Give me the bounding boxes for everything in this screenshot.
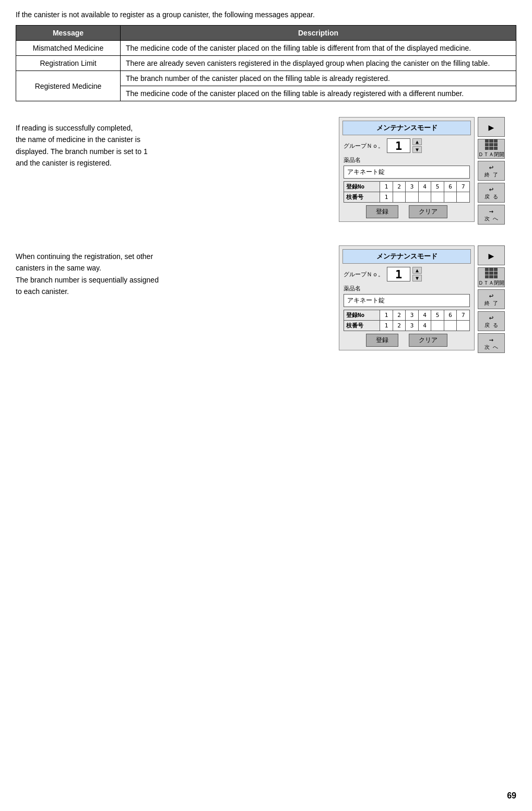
branch-no-2-2: 2 xyxy=(393,321,406,331)
section-2: When continuing the registration, set ot… xyxy=(16,245,516,353)
reg-no-1: 1 xyxy=(380,182,393,192)
maintenance-panel-2: メンテナンスモード グループＮｏ。 1 ▲ ▼ 薬品名 アキネート錠 xyxy=(339,245,475,350)
table-row: Mismatched Medicine The medicine code of… xyxy=(16,41,516,56)
table-cell-desc-3b: The medicine code of the canister placed… xyxy=(121,86,516,101)
end-icon-1: ↩ xyxy=(489,163,493,171)
play-icon-2: ▶ xyxy=(489,250,494,261)
panel-1-group-label: グループＮｏ。 xyxy=(344,142,384,150)
section-2-panel-area: メンテナンスモード グループＮｏ。 1 ▲ ▼ 薬品名 アキネート錠 xyxy=(339,245,516,353)
table-header-message: Message xyxy=(16,26,121,41)
end-button-1[interactable]: ↩ 終 了 xyxy=(478,161,505,181)
section-1-text: If reading is successfully completed, th… xyxy=(16,117,328,169)
end-label-1: 終 了 xyxy=(484,171,498,179)
register-button-1[interactable]: 登録 xyxy=(366,205,398,218)
branch-no-2 xyxy=(393,192,406,203)
table-cell-desc-1: The medicine code of the canister placed… xyxy=(121,41,516,56)
branch-no-7 xyxy=(457,192,470,203)
back-label-2: 戻 る xyxy=(484,322,498,329)
end-label-2: 終 了 xyxy=(484,300,498,307)
branch-no-4 xyxy=(418,192,431,203)
branch-no-2-4: 4 xyxy=(418,321,431,331)
branch-no-1: 1 xyxy=(380,192,393,203)
reg-no-6: 6 xyxy=(444,182,457,192)
panel-2-arrows[interactable]: ▲ ▼ xyxy=(412,267,422,281)
reg-no-2-7: 7 xyxy=(457,310,470,321)
section-1-line-1: If reading is successfully completed, xyxy=(16,122,328,134)
reg-no-2: 2 xyxy=(393,182,406,192)
section-2-line-2: canisters in the same way. xyxy=(16,262,328,274)
panel-2-medicine-name: アキネート錠 xyxy=(344,294,470,307)
dta-button-2[interactable]: ＤＴＡ閉開 xyxy=(478,267,505,287)
next-label-2: 次 へ xyxy=(484,344,498,351)
arrow-up-icon-2[interactable]: ▲ xyxy=(412,267,422,274)
panel-2-title: メンテナンスモード xyxy=(342,249,471,264)
play-button-1[interactable]: ▶ xyxy=(478,117,505,137)
table-header-description: Description xyxy=(121,26,516,41)
table-cell-message-3: Registered Medicine xyxy=(16,71,121,101)
branch-no-2-7 xyxy=(457,321,470,331)
panel-1-group-number: 1 xyxy=(387,138,410,153)
next-icon-2: → xyxy=(489,335,493,344)
play-button-2[interactable]: ▶ xyxy=(478,245,505,265)
section-2-line-3: The branch number is sequentially assign… xyxy=(16,274,328,286)
reg-no-2-3: 3 xyxy=(406,310,419,321)
next-button-2[interactable]: → 次 へ xyxy=(478,333,505,353)
reg-no-2-5: 5 xyxy=(431,310,444,321)
section-2-text: When continuing the registration, set ot… xyxy=(16,245,328,298)
back-button-2[interactable]: ↩ 戻 る xyxy=(478,311,505,331)
back-icon-1: ↩ xyxy=(489,185,493,193)
panel-2-reg-table: 登録No 1 2 3 4 5 6 7 枝番号 1 2 xyxy=(344,310,470,331)
arrow-up-icon[interactable]: ▲ xyxy=(412,138,422,145)
reg-no-label: 登録No xyxy=(344,182,380,192)
next-button-1[interactable]: → 次 へ xyxy=(478,205,505,225)
maintenance-panel-1: メンテナンスモード グループＮｏ。 1 ▲ ▼ 薬品名 アキネート錠 xyxy=(339,117,475,222)
table-cell-desc-3a: The branch number of the canister placed… xyxy=(121,71,516,86)
side-buttons-1: ▶ ＤＴＡ閉開 ↩ 終 了 ↩ 戻 る xyxy=(478,117,506,225)
branch-no-5 xyxy=(431,192,444,203)
section-2-line-1: When continuing the registration, set ot… xyxy=(16,251,328,262)
section-2-line-4: to each canister. xyxy=(16,286,328,297)
panel-2-medicine-label: 薬品名 xyxy=(344,285,470,292)
reg-no-3: 3 xyxy=(406,182,419,192)
arrow-down-icon-2[interactable]: ▼ xyxy=(412,275,422,281)
panel-1-title: メンテナンスモード xyxy=(342,121,471,135)
dta-label-1: ＤＴＡ閉開 xyxy=(478,151,504,158)
panel-1-reg-table: 登録No 1 2 3 4 5 6 7 枝番号 1 xyxy=(344,181,470,203)
panel-2-group-number: 1 xyxy=(387,267,410,281)
section-1-line-2: the name of medicine in the canister is xyxy=(16,134,328,145)
register-button-2[interactable]: 登録 xyxy=(366,334,398,347)
branch-no-6 xyxy=(444,192,457,203)
next-label-1: 次 へ xyxy=(484,215,498,222)
clear-button-1[interactable]: クリア xyxy=(409,205,447,218)
reg-no-label-2: 登録No xyxy=(344,310,380,321)
end-icon-2: ↩ xyxy=(489,291,493,300)
reg-no-4: 4 xyxy=(418,182,431,192)
reg-no-2-4: 4 xyxy=(418,310,431,321)
clear-button-2[interactable]: クリア xyxy=(409,334,447,347)
panel-1-medicine-label: 薬品名 xyxy=(344,156,470,164)
branch-no-label-2: 枝番号 xyxy=(344,321,380,331)
table-cell-message-1: Mismatched Medicine xyxy=(16,41,121,56)
table-cell-message-2: Registration Limit xyxy=(16,56,121,71)
reg-no-2-6: 6 xyxy=(444,310,457,321)
arrow-down-icon[interactable]: ▼ xyxy=(412,146,422,153)
reg-no-5: 5 xyxy=(431,182,444,192)
dta-button-1[interactable]: ＤＴＡ閉開 xyxy=(478,139,505,159)
section-1-panel-area: メンテナンスモード グループＮｏ。 1 ▲ ▼ 薬品名 アキネート錠 xyxy=(339,117,516,225)
branch-no-label: 枝番号 xyxy=(344,192,380,203)
panel-2-group-label: グループＮｏ。 xyxy=(344,271,384,278)
intro-text: If the canister is not available to regi… xyxy=(16,10,516,19)
side-buttons-2: ▶ ＤＴＡ閉開 ↩ 終 了 ↩ 戻 る xyxy=(478,245,506,353)
table-cell-desc-2: There are already seven canisters regist… xyxy=(121,56,516,71)
branch-no-3 xyxy=(406,192,419,203)
panel-1-arrows[interactable]: ▲ ▼ xyxy=(412,138,422,153)
reg-no-7: 7 xyxy=(457,182,470,192)
dta-label-2: ＤＴＡ閉開 xyxy=(478,279,504,287)
branch-no-2-3: 3 xyxy=(406,321,419,331)
play-icon: ▶ xyxy=(489,122,494,133)
section-1-line-4: and the canister is registered. xyxy=(16,157,328,169)
back-label-1: 戻 る xyxy=(484,193,498,201)
back-button-1[interactable]: ↩ 戻 る xyxy=(478,183,505,203)
branch-no-2-1: 1 xyxy=(380,321,393,331)
end-button-2[interactable]: ↩ 終 了 xyxy=(478,289,505,309)
